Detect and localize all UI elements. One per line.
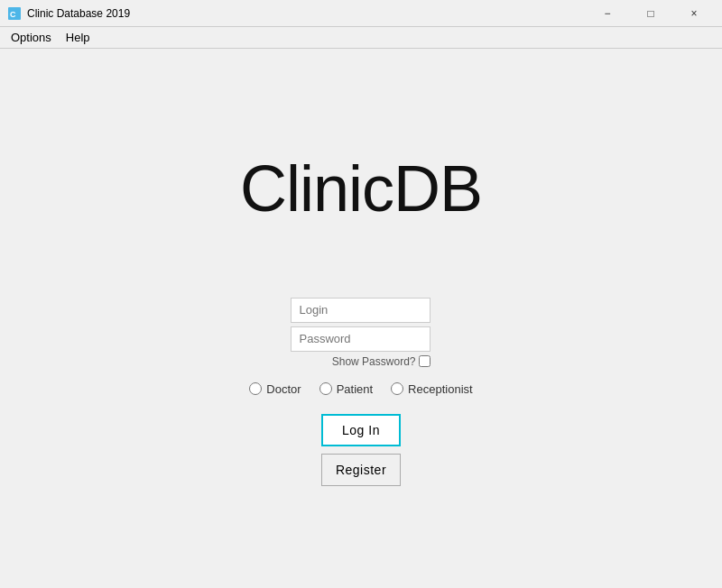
radio-label-receptionist: Receptionist (408, 382, 473, 396)
window-controls: − □ × (587, 0, 715, 27)
radio-input-patient[interactable] (319, 382, 332, 395)
show-password-checkbox[interactable] (419, 355, 430, 367)
window-title: Clinic Database 2019 (27, 7, 130, 20)
title-bar: C Clinic Database 2019 − □ × (0, 0, 722, 27)
radio-doctor[interactable]: Doctor (249, 382, 301, 396)
main-content: ClinicDB Show Password? Doctor Patient R… (0, 49, 722, 588)
login-button[interactable]: Log In (321, 414, 401, 446)
app-icon: C (7, 6, 22, 21)
radio-label-doctor: Doctor (266, 382, 301, 396)
menu-bar: Options Help (0, 27, 722, 49)
radio-patient[interactable]: Patient (319, 382, 373, 396)
password-input[interactable] (291, 326, 430, 352)
maximize-button[interactable]: □ (630, 0, 671, 27)
app-title: ClinicDB (240, 152, 482, 225)
svg-text:C: C (10, 10, 16, 19)
register-button[interactable]: Register (321, 454, 401, 486)
radio-receptionist[interactable]: Receptionist (391, 382, 473, 396)
show-password-row: Show Password? (291, 355, 430, 368)
radio-input-doctor[interactable] (249, 382, 262, 395)
show-password-label: Show Password? (332, 355, 416, 368)
title-bar-left: C Clinic Database 2019 (7, 6, 130, 21)
menu-item-help[interactable]: Help (59, 29, 97, 46)
login-form: Show Password? Doctor Patient Receptioni… (249, 298, 472, 486)
close-button[interactable]: × (673, 0, 715, 27)
menu-item-options[interactable]: Options (4, 29, 59, 46)
radio-label-patient: Patient (337, 382, 373, 396)
login-input[interactable] (291, 298, 430, 323)
minimize-button[interactable]: − (587, 0, 628, 27)
role-radio-group: Doctor Patient Receptionist (249, 382, 472, 396)
radio-input-receptionist[interactable] (391, 382, 403, 395)
